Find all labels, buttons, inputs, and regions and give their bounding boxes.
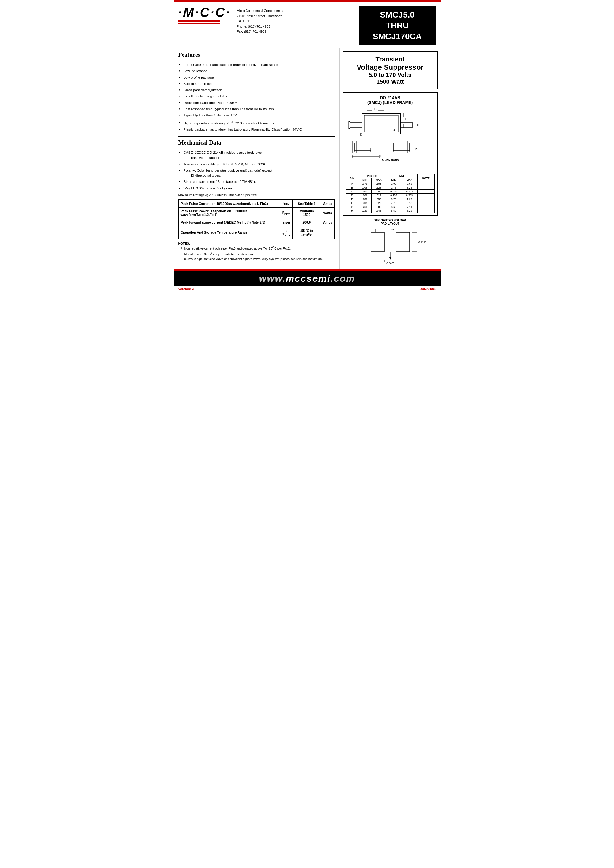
footer-url: www.mccsemi.com [174, 273, 441, 284]
dim-col-note: NOTE [417, 174, 434, 182]
part-number-line3: SMCJ170CA [362, 31, 433, 42]
mechanical-list: CASE: JEDEC DO-214AB molded plastic body… [178, 150, 335, 191]
svg-line-13 [412, 121, 414, 122]
feature-item-10: High temperature soldering: 260OC/10 sec… [178, 120, 335, 126]
note-1: Non-repetitive current pulse per Fig.3 a… [184, 245, 335, 251]
ratings-symbol-1: IPPM [280, 199, 292, 208]
top-red-bar [174, 0, 441, 2]
dim-header-row: D/M INCHES MM NOTE [346, 174, 434, 178]
dim-table-row: B.108.1282.753.25 [346, 186, 434, 190]
company-info: Micro Commercial Components 21201 Itasca… [237, 6, 356, 34]
dim-col-max-in: MAX [371, 178, 386, 182]
mechanical-section: Mechanical Data CASE: JEDEC DO-214AB mol… [178, 136, 335, 191]
mech-item-2: Terminals: solderable per MIL-STD-750, M… [178, 161, 335, 168]
ratings-unit-1: Amps [321, 199, 335, 208]
ratings-row-1: Peak Pulse Current on 10/1000us waveform… [179, 199, 335, 208]
logo-section: ·M·C·C· [178, 6, 231, 24]
dim-col-min-in: MIN [358, 178, 371, 182]
footer-bottom: Version: 3 2003/01/01 [174, 286, 441, 292]
company-city: CA 91311 [237, 19, 356, 24]
package-title2: (SMCJ) (LEAD FRAME) [346, 100, 435, 105]
ratings-value-2: Minimum1500 [292, 208, 321, 218]
feature-item-11: Plastic package has Underwrites Laborato… [178, 126, 335, 133]
ratings-symbol-3: IFSM) [280, 218, 292, 226]
ratings-symbol-2: PPPM [280, 208, 292, 218]
feature-item-5: Glass passivated junction [178, 87, 335, 93]
svg-text:G: G [374, 107, 377, 111]
separator-bar [174, 269, 441, 271]
solder-pad-diagram: 0.185 0.121" 0.060" [353, 227, 427, 265]
mech-item-4: Standard packaging: 16mm tape per ( EIA … [178, 179, 335, 185]
solder-pad-title: SUGGESTED SOLDERPAD LAYOUT [343, 219, 438, 225]
svg-line-10 [349, 128, 350, 129]
max-ratings-text: Maximum Ratings @25°C Unless Otherwise S… [178, 193, 335, 197]
svg-text:0.121": 0.121" [419, 241, 426, 244]
feature-item-8: Fast response time: typical less than 1p… [178, 106, 335, 112]
dim-table-row: C.002.0080.0510.203 [346, 190, 434, 194]
mech-item-5: Weight: 0.007 ounce, 0.21 gram [178, 185, 335, 191]
dim-col-min-mm: MIN [386, 178, 402, 182]
logo-red-bar-1 [178, 20, 220, 22]
right-column: Transient Voltage Suppressor 5.0 to 170 … [340, 48, 441, 269]
date-label: 2003/01/01 [419, 287, 436, 290]
svg-text:E: E [370, 147, 372, 151]
ratings-value-4: -55OC to +150OC [292, 226, 321, 239]
transient-title4: 1500 Watt [346, 78, 435, 85]
notes-list: Non-repetitive current pulse per Fig.3 a… [184, 245, 335, 261]
ratings-param-1: Peak Pulse Current on 10/1000us waveform… [179, 199, 280, 208]
dim-table-body: A.079.1032.002.62B.108.1282.753.25C.002.… [346, 182, 434, 213]
ratings-unit-2: Watts [321, 208, 335, 218]
mechanical-title: Mechanical Data [178, 139, 335, 147]
note-2: Mounted on 8.0mm2 copper pads to each te… [184, 251, 335, 256]
transient-title3: 5.0 to 170 Volts [346, 71, 435, 78]
svg-line-14 [412, 128, 414, 129]
part-number-line2: THRU [362, 20, 433, 31]
feature-item-2: Low inductance [178, 68, 335, 74]
logo-red-bars [178, 20, 220, 24]
mech-item-1: CASE: JEDEC DO-214AB molded plastic body… [178, 150, 335, 161]
header-section: ·M·C·C· Micro Commercial Components 2120… [174, 2, 441, 48]
package-box: DO-214AB (SMCJ) (LEAD FRAME) G H [343, 92, 438, 216]
svg-text:0.185: 0.185 [387, 228, 394, 231]
dim-col-max-mm: MAX [402, 178, 417, 182]
component-diagram: G H [346, 106, 435, 172]
transient-box: Transient Voltage Suppressor 5.0 to 170 … [343, 51, 438, 89]
svg-text:B: B [416, 147, 417, 151]
part-number-line1: SMCJ5.0 [362, 9, 433, 20]
left-column: Features For surface mount application i… [174, 48, 340, 269]
feature-item-7: Repetition Rate( duty cycle): 0.05% [178, 100, 335, 106]
ratings-unit-4 [321, 226, 335, 239]
notes-section: NOTES: Non-repetitive current pulse per … [178, 242, 335, 261]
note-3: 8.3ms, single half sine-wave or equivale… [184, 256, 335, 261]
feature-item-1: For surface mount application in order t… [178, 62, 335, 68]
dimensions-table: D/M INCHES MM NOTE MIN MAX MIN MAX A.079… [346, 174, 435, 213]
ratings-unit-3: Amps [321, 218, 335, 226]
ratings-value-1: See Table 1 [292, 199, 321, 208]
dim-table-row: F.305.3207.758.13 [346, 201, 434, 205]
ratings-table: Peak Pulse Current on 10/1000us waveform… [178, 199, 335, 239]
ratings-param-3: Peak forward surge current (JEDEC Method… [179, 218, 280, 226]
ratings-row-2: Peak Pulse Power Disspation on 10/1000us… [179, 208, 335, 218]
svg-line-9 [349, 121, 350, 122]
ratings-value-3: 200.0 [292, 218, 321, 226]
svg-text:DIMENSIONS: DIMENSIONS [381, 159, 398, 162]
svg-text:D: D [360, 133, 362, 136]
mech-item-3: Polarity: Color band denotes positive en… [178, 168, 335, 179]
svg-text:C: C [417, 124, 419, 127]
version-label: Version: 3 [178, 287, 194, 290]
dim-table-row: A.079.1032.002.62 [346, 182, 434, 186]
svg-text:A: A [393, 129, 395, 132]
svg-rect-20 [355, 143, 371, 151]
logo-text: ·M·C·C· [178, 6, 231, 19]
ratings-symbol-4: TJ,TSTG [280, 226, 292, 239]
company-phone: Phone: (818) 701-4933 [237, 24, 356, 30]
feature-item-6: Excellent clamping capability [178, 93, 335, 99]
svg-rect-22 [393, 143, 409, 151]
company-name: Micro Commercial Components [237, 8, 356, 14]
feature-item-4: Built-in strain relief [178, 81, 335, 87]
dim-table-row: H.220.2455.596.22 [346, 209, 434, 213]
svg-text:0.060": 0.060" [386, 262, 394, 265]
feature-item-9: Typical ID less than 1uA above 10V [178, 112, 335, 120]
transient-title1: Transient [346, 56, 435, 63]
svg-rect-42 [396, 233, 409, 252]
